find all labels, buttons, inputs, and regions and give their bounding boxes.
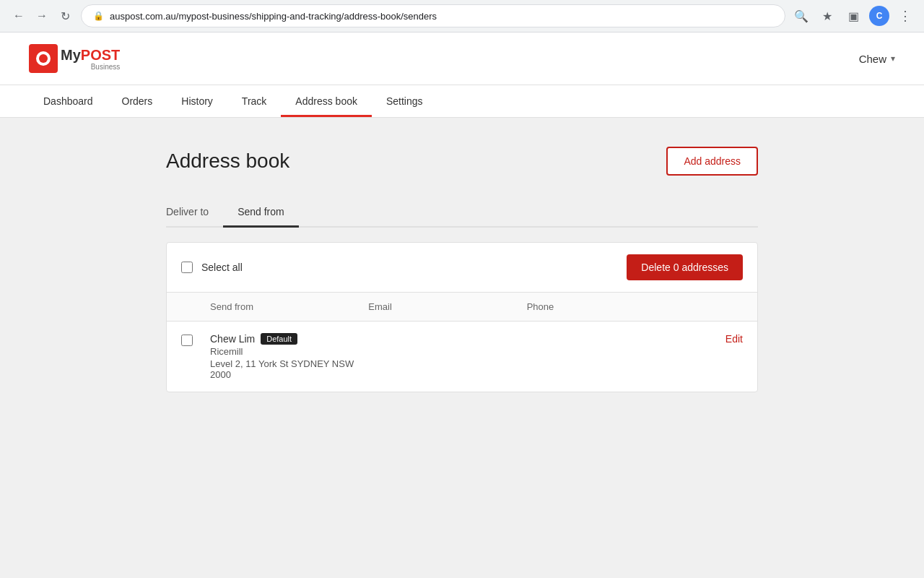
user-menu[interactable]: Chew ▾ — [859, 53, 895, 65]
logo-text: MyPOST Business — [61, 47, 120, 71]
column-send-from: Send from — [210, 301, 368, 312]
nav-list: Dashboard Orders History Track Address b… — [0, 85, 924, 117]
address-company: Ricemill — [210, 346, 368, 357]
table-toolbar: Select all Delete 0 addresses — [167, 243, 757, 293]
back-button[interactable]: ← — [9, 6, 29, 26]
sidebar-item-address-book[interactable]: Address book — [281, 85, 372, 117]
contact-name: Chew Lim — [210, 333, 255, 345]
main-content: Address book Add address Deliver to Send… — [0, 118, 924, 578]
tab-deliver-to[interactable]: Deliver to — [166, 197, 223, 226]
sidebar-item-track[interactable]: Track — [227, 85, 281, 117]
column-email: Email — [368, 301, 526, 312]
row-checkbox[interactable] — [181, 335, 193, 346]
sidebar-item-history[interactable]: History — [167, 85, 227, 117]
page-title: Address book — [166, 150, 289, 173]
menu-button[interactable]: ⋮ — [895, 6, 915, 26]
tab-send-from[interactable]: Send from — [223, 197, 299, 226]
row-checkbox-cell — [181, 333, 210, 346]
auspost-icon — [35, 50, 52, 67]
lock-icon: 🔒 — [93, 11, 104, 21]
logo-post: POST — [81, 47, 120, 63]
user-name: Chew — [859, 53, 886, 65]
add-address-button[interactable]: Add address — [666, 147, 758, 176]
tabs: Deliver to Send from — [166, 197, 758, 228]
column-phone: Phone — [527, 301, 685, 312]
bookmark-button[interactable]: ★ — [817, 6, 837, 26]
app-nav: Dashboard Orders History Track Address b… — [0, 85, 924, 117]
forward-button[interactable]: → — [32, 6, 52, 26]
cast-button[interactable]: ▣ — [843, 6, 863, 26]
logo-icon — [29, 44, 58, 73]
sidebar-item-settings[interactable]: Settings — [372, 85, 437, 117]
delete-button[interactable]: Delete 0 addresses — [627, 254, 743, 280]
select-all-label[interactable]: Select all — [181, 262, 243, 273]
sidebar-item-orders[interactable]: Orders — [108, 85, 167, 117]
edit-link[interactable]: Edit — [725, 333, 743, 345]
logo-business: Business — [61, 63, 120, 71]
table-row: Chew Lim Default Ricemill Level 2, 11 Yo… — [167, 322, 757, 392]
default-badge: Default — [261, 333, 297, 345]
reload-button[interactable]: ↻ — [55, 6, 75, 26]
profile-avatar[interactable]: C — [869, 6, 889, 26]
address-street: Level 2, 11 York St SYDNEY NSW 2000 — [210, 358, 368, 380]
table-header: Send from Email Phone — [167, 293, 757, 322]
logo: MyPOST Business — [29, 44, 120, 73]
address-name-row: Chew Lim Default — [210, 333, 368, 345]
url-text: auspost.com.au/mypost-business/shipping-… — [110, 11, 773, 22]
svg-point-1 — [39, 54, 48, 63]
logo-my: My — [61, 47, 81, 63]
app-header: MyPOST Business Chew ▾ Dashboard Orders … — [0, 33, 924, 118]
address-bar[interactable]: 🔒 auspost.com.au/mypost-business/shippin… — [81, 4, 785, 27]
address-cell: Chew Lim Default Ricemill Level 2, 11 Yo… — [210, 333, 368, 380]
browser-chrome: ← → ↻ 🔒 auspost.com.au/mypost-business/s… — [0, 0, 924, 33]
select-all-checkbox[interactable] — [181, 262, 193, 273]
select-all-text: Select all — [201, 262, 243, 273]
page-header: Address book Add address — [166, 147, 758, 176]
chevron-down-icon: ▾ — [891, 53, 895, 64]
browser-nav-buttons: ← → ↻ — [9, 6, 75, 26]
browser-actions: 🔍 ★ ▣ C ⋮ — [791, 6, 915, 26]
sidebar-item-dashboard[interactable]: Dashboard — [29, 85, 108, 117]
zoom-button[interactable]: 🔍 — [791, 6, 811, 26]
address-table: Select all Delete 0 addresses Send from … — [166, 242, 758, 392]
